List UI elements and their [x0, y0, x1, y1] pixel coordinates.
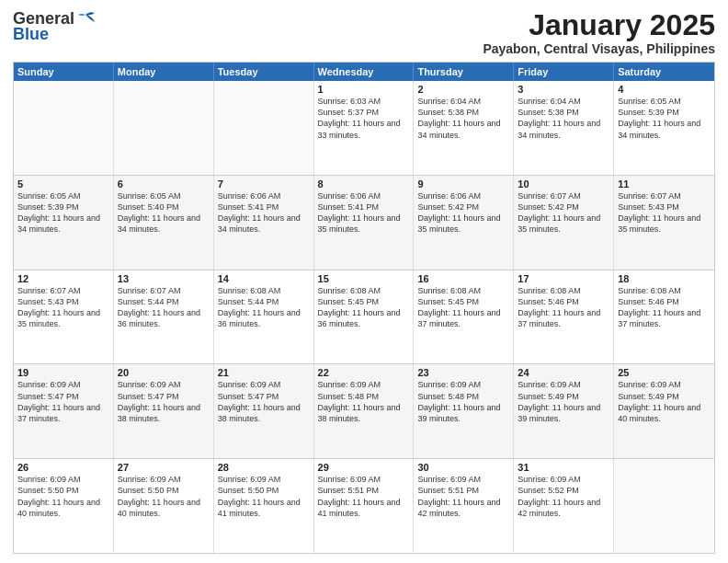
- empty-cell: [14, 81, 114, 175]
- day-info: Sunrise: 6:09 AM Sunset: 5:52 PM Dayligh…: [518, 474, 609, 519]
- empty-cell: [214, 81, 314, 175]
- day-number: 19: [17, 367, 109, 378]
- day-number: 26: [17, 462, 109, 473]
- calendar-header: SundayMondayTuesdayWednesdayThursdayFrid…: [14, 63, 714, 81]
- day-cell-6: 6Sunrise: 6:05 AM Sunset: 5:40 PM Daylig…: [114, 176, 214, 270]
- day-number: 8: [318, 178, 410, 190]
- header-day-tuesday: Tuesday: [214, 63, 314, 81]
- header-day-thursday: Thursday: [414, 63, 514, 81]
- day-info: Sunrise: 6:05 AM Sunset: 5:40 PM Dayligh…: [118, 190, 210, 236]
- day-number: 13: [118, 273, 210, 284]
- day-number: 27: [118, 462, 210, 473]
- day-info: Sunrise: 6:09 AM Sunset: 5:50 PM Dayligh…: [218, 474, 310, 519]
- header-day-monday: Monday: [114, 63, 214, 81]
- day-cell-26: 26Sunrise: 6:09 AM Sunset: 5:50 PM Dayli…: [14, 459, 114, 553]
- day-cell-17: 17Sunrise: 6:08 AM Sunset: 5:46 PM Dayli…: [514, 270, 614, 364]
- logo-bird-icon: [76, 11, 97, 28]
- day-cell-20: 20Sunrise: 6:09 AM Sunset: 5:47 PM Dayli…: [114, 364, 214, 458]
- main-title: January 2025: [483, 9, 715, 41]
- day-info: Sunrise: 6:07 AM Sunset: 5:42 PM Dayligh…: [518, 190, 609, 236]
- day-info: Sunrise: 6:09 AM Sunset: 5:47 PM Dayligh…: [17, 379, 109, 424]
- day-info: Sunrise: 6:09 AM Sunset: 5:49 PM Dayligh…: [618, 379, 711, 424]
- day-cell-30: 30Sunrise: 6:09 AM Sunset: 5:51 PM Dayli…: [414, 459, 514, 553]
- header-day-sunday: Sunday: [14, 63, 114, 81]
- day-number: 22: [318, 367, 410, 378]
- day-number: 10: [518, 178, 609, 190]
- day-number: 23: [417, 367, 509, 378]
- day-cell-7: 7Sunrise: 6:06 AM Sunset: 5:41 PM Daylig…: [214, 176, 314, 270]
- calendar: SundayMondayTuesdayWednesdayThursdayFrid…: [13, 62, 715, 554]
- header: General Blue January 2025 Payabon, Centr…: [13, 9, 715, 56]
- day-number: 16: [417, 273, 509, 284]
- day-info: Sunrise: 6:09 AM Sunset: 5:47 PM Dayligh…: [118, 379, 210, 424]
- day-cell-2: 2Sunrise: 6:04 AM Sunset: 5:38 PM Daylig…: [414, 81, 514, 175]
- day-info: Sunrise: 6:05 AM Sunset: 5:39 PM Dayligh…: [17, 190, 109, 236]
- day-cell-31: 31Sunrise: 6:09 AM Sunset: 5:52 PM Dayli…: [514, 459, 614, 553]
- day-number: 31: [518, 462, 609, 473]
- day-cell-19: 19Sunrise: 6:09 AM Sunset: 5:47 PM Dayli…: [14, 364, 114, 458]
- day-info: Sunrise: 6:09 AM Sunset: 5:50 PM Dayligh…: [17, 474, 109, 519]
- day-cell-11: 11Sunrise: 6:07 AM Sunset: 5:43 PM Dayli…: [614, 176, 714, 270]
- header-day-friday: Friday: [514, 63, 614, 81]
- day-cell-8: 8Sunrise: 6:06 AM Sunset: 5:41 PM Daylig…: [314, 176, 415, 270]
- day-info: Sunrise: 6:08 AM Sunset: 5:45 PM Dayligh…: [417, 285, 509, 330]
- header-day-saturday: Saturday: [614, 63, 714, 81]
- day-info: Sunrise: 6:09 AM Sunset: 5:47 PM Dayligh…: [218, 379, 310, 424]
- day-info: Sunrise: 6:04 AM Sunset: 5:38 PM Dayligh…: [518, 96, 609, 141]
- title-area: January 2025 Payabon, Central Visayas, P…: [483, 9, 715, 56]
- day-info: Sunrise: 6:05 AM Sunset: 5:39 PM Dayligh…: [618, 96, 711, 141]
- day-info: Sunrise: 6:09 AM Sunset: 5:51 PM Dayligh…: [318, 474, 410, 519]
- day-info: Sunrise: 6:06 AM Sunset: 5:41 PM Dayligh…: [218, 190, 310, 236]
- day-info: Sunrise: 6:08 AM Sunset: 5:44 PM Dayligh…: [218, 285, 310, 330]
- day-info: Sunrise: 6:03 AM Sunset: 5:37 PM Dayligh…: [318, 96, 410, 141]
- day-info: Sunrise: 6:09 AM Sunset: 5:49 PM Dayligh…: [518, 379, 609, 424]
- day-number: 12: [17, 273, 109, 284]
- day-cell-5: 5Sunrise: 6:05 AM Sunset: 5:39 PM Daylig…: [14, 176, 114, 270]
- page: General Blue January 2025 Payabon, Centr…: [0, 0, 728, 563]
- day-number: 30: [417, 462, 509, 473]
- logo-blue: Blue: [13, 25, 49, 44]
- day-number: 9: [417, 178, 509, 190]
- day-cell-28: 28Sunrise: 6:09 AM Sunset: 5:50 PM Dayli…: [214, 459, 314, 553]
- day-cell-25: 25Sunrise: 6:09 AM Sunset: 5:49 PM Dayli…: [614, 364, 714, 458]
- day-number: 1: [318, 84, 410, 95]
- day-info: Sunrise: 6:07 AM Sunset: 5:43 PM Dayligh…: [17, 285, 109, 330]
- day-info: Sunrise: 6:09 AM Sunset: 5:48 PM Dayligh…: [417, 379, 509, 424]
- day-number: 21: [218, 367, 310, 378]
- empty-cell: [614, 459, 714, 553]
- day-cell-14: 14Sunrise: 6:08 AM Sunset: 5:44 PM Dayli…: [214, 270, 314, 364]
- day-cell-21: 21Sunrise: 6:09 AM Sunset: 5:47 PM Dayli…: [214, 364, 314, 458]
- day-number: 15: [318, 273, 410, 284]
- day-info: Sunrise: 6:06 AM Sunset: 5:42 PM Dayligh…: [417, 190, 509, 236]
- day-number: 2: [417, 84, 509, 95]
- week-5: 26Sunrise: 6:09 AM Sunset: 5:50 PM Dayli…: [14, 459, 714, 553]
- week-3: 12Sunrise: 6:07 AM Sunset: 5:43 PM Dayli…: [14, 270, 714, 365]
- logo: General Blue: [13, 9, 97, 44]
- day-info: Sunrise: 6:04 AM Sunset: 5:38 PM Dayligh…: [417, 96, 509, 141]
- day-info: Sunrise: 6:07 AM Sunset: 5:44 PM Dayligh…: [118, 285, 210, 330]
- day-number: 28: [218, 462, 310, 473]
- day-cell-23: 23Sunrise: 6:09 AM Sunset: 5:48 PM Dayli…: [414, 364, 514, 458]
- day-cell-15: 15Sunrise: 6:08 AM Sunset: 5:45 PM Dayli…: [314, 270, 415, 364]
- day-cell-18: 18Sunrise: 6:08 AM Sunset: 5:46 PM Dayli…: [614, 270, 714, 364]
- day-cell-16: 16Sunrise: 6:08 AM Sunset: 5:45 PM Dayli…: [414, 270, 514, 364]
- day-info: Sunrise: 6:08 AM Sunset: 5:46 PM Dayligh…: [618, 285, 711, 330]
- day-cell-13: 13Sunrise: 6:07 AM Sunset: 5:44 PM Dayli…: [114, 270, 214, 364]
- empty-cell: [114, 81, 214, 175]
- day-cell-10: 10Sunrise: 6:07 AM Sunset: 5:42 PM Dayli…: [514, 176, 614, 270]
- day-number: 25: [618, 367, 711, 378]
- header-day-wednesday: Wednesday: [314, 63, 415, 81]
- day-cell-24: 24Sunrise: 6:09 AM Sunset: 5:49 PM Dayli…: [514, 364, 614, 458]
- day-cell-29: 29Sunrise: 6:09 AM Sunset: 5:51 PM Dayli…: [314, 459, 415, 553]
- day-info: Sunrise: 6:09 AM Sunset: 5:51 PM Dayligh…: [417, 474, 509, 519]
- day-info: Sunrise: 6:08 AM Sunset: 5:46 PM Dayligh…: [518, 285, 609, 330]
- day-number: 17: [518, 273, 609, 284]
- day-info: Sunrise: 6:07 AM Sunset: 5:43 PM Dayligh…: [618, 190, 711, 236]
- day-cell-4: 4Sunrise: 6:05 AM Sunset: 5:39 PM Daylig…: [614, 81, 714, 175]
- day-number: 3: [518, 84, 609, 95]
- day-number: 20: [118, 367, 210, 378]
- day-number: 7: [218, 178, 310, 190]
- day-info: Sunrise: 6:09 AM Sunset: 5:50 PM Dayligh…: [118, 474, 210, 519]
- day-number: 11: [618, 178, 711, 190]
- day-info: Sunrise: 6:09 AM Sunset: 5:48 PM Dayligh…: [318, 379, 410, 424]
